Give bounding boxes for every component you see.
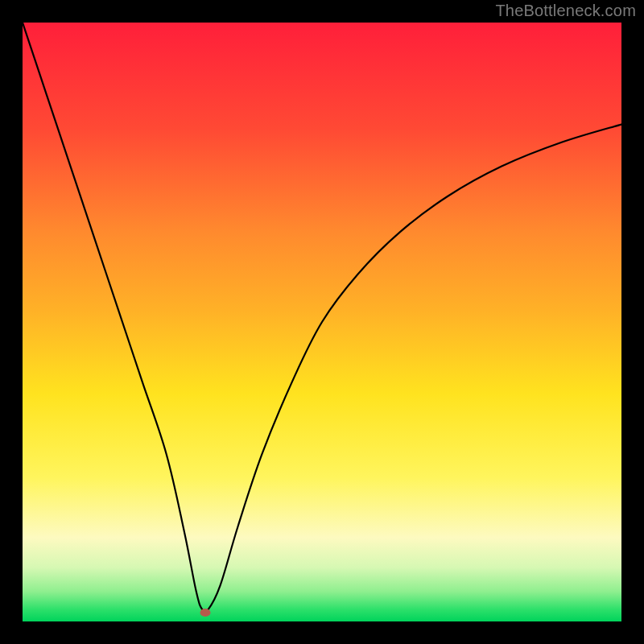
bottleneck-curve-path (23, 23, 621, 613)
bottleneck-curve-svg (23, 23, 621, 621)
source-label: TheBottleneck.com (495, 2, 636, 20)
chart-frame: TheBottleneck.com (0, 0, 644, 644)
dip-marker-dot (200, 609, 210, 617)
